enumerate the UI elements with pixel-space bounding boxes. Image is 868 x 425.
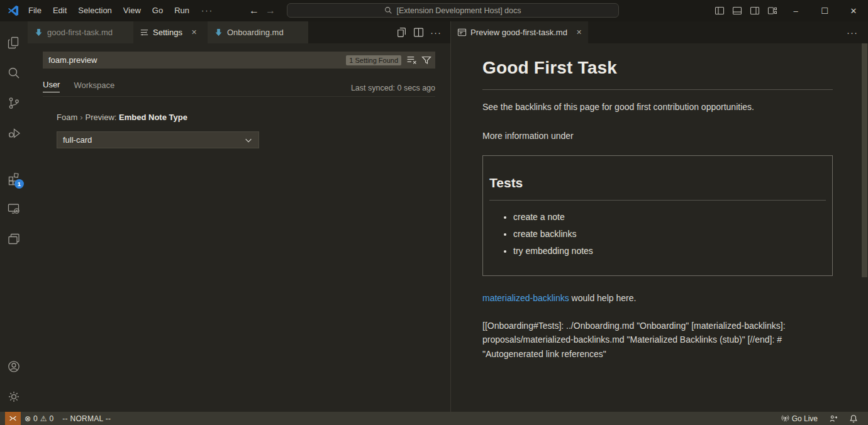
breadcrumb-separator: › — [77, 113, 85, 122]
menu-view[interactable]: View — [118, 3, 147, 18]
more-actions-icon[interactable]: ··· — [430, 27, 442, 38]
menu-file[interactable]: File — [23, 3, 47, 18]
live-share-icon — [829, 414, 838, 423]
accounts-icon[interactable] — [0, 353, 28, 380]
tab-label: good-first-task.md — [47, 28, 113, 37]
notifications-bell-icon[interactable] — [845, 412, 862, 425]
maximize-button[interactable]: ☐ — [810, 0, 839, 21]
go-live-label: Go Live — [792, 414, 818, 423]
markdown-preview: Good First Task See the backlinks of thi… — [450, 43, 868, 412]
toggle-panel-icon[interactable] — [728, 0, 746, 21]
embed-note-type-select[interactable]: full-card — [57, 131, 259, 148]
warning-icon: ⚠ — [40, 414, 47, 423]
live-share-button[interactable] — [825, 412, 842, 425]
menu-run[interactable]: Run — [169, 3, 195, 18]
embedded-note-card: Tests create a note create backlinks try… — [482, 155, 833, 277]
preview-paragraph: More information under — [482, 130, 833, 143]
scope-tab-workspace[interactable]: Workspace — [74, 80, 114, 92]
embedded-note-list: create a note create backlinks try embed… — [489, 211, 826, 258]
list-item: try embedding notes — [513, 245, 826, 258]
go-forward-button[interactable]: → — [265, 5, 275, 16]
customize-layout-icon[interactable] — [764, 0, 781, 21]
tab-close-icon[interactable]: ✕ — [576, 28, 582, 36]
preview-heading: Good First Task — [482, 54, 833, 90]
vscode-window: File Edit Selection View Go Run ··· ← → … — [0, 0, 868, 425]
editor-tabs-right-group: Preview good-first-task.md ✕ ··· — [450, 21, 868, 43]
tab-label: Onboarding.md — [227, 28, 284, 37]
remote-indicator-button[interactable] — [5, 412, 21, 425]
settings-search-input[interactable]: foam.preview 1 Setting Found — [43, 52, 435, 69]
vscode-logo-icon — [7, 4, 19, 17]
reference-line: [[Onboarding#Tests]: ../Onboarding.md "O… — [482, 319, 833, 333]
editor-tabs-left-group: good-first-task.md Settings ✕ Onboarding… — [28, 21, 450, 43]
minimize-button[interactable]: – — [781, 0, 810, 21]
select-value: full-card — [63, 135, 92, 145]
go-back-button[interactable]: ← — [249, 5, 259, 16]
activity-bar: 1 — [0, 21, 28, 412]
setting-category: Foam — [57, 113, 77, 122]
menu-selection[interactable]: Selection — [72, 3, 117, 18]
command-center-label: [Extension Development Host] docs — [396, 6, 521, 15]
menu-bar: File Edit Selection View Go Run ··· — [23, 0, 220, 21]
scrollbar[interactable] — [862, 43, 867, 277]
history-navigation: ← → — [249, 0, 275, 21]
source-control-icon[interactable] — [0, 89, 28, 117]
command-center-search[interactable]: [Extension Development Host] docs — [287, 3, 619, 18]
settings-editor-icon — [140, 28, 149, 37]
tab-close-icon[interactable]: ✕ — [191, 28, 197, 36]
title-bar: File Edit Selection View Go Run ··· ← → … — [0, 0, 868, 21]
setting-title: Foam›Preview: Embed Note Type — [57, 113, 187, 122]
markdown-icon — [34, 28, 43, 37]
settings-editor: foam.preview 1 Setting Found User Worksp… — [28, 43, 450, 412]
setting-subcategory: Preview: — [86, 113, 117, 122]
tab-preview-good-first-task[interactable]: Preview good-first-task.md ✕ — [451, 21, 588, 43]
close-button[interactable]: ✕ — [839, 0, 868, 21]
link-rest-text: would help here. — [569, 293, 637, 303]
search-icon — [384, 6, 392, 14]
split-editor-icon[interactable] — [413, 27, 424, 38]
extensions-icon[interactable]: 1 — [0, 165, 28, 192]
explorer-icon[interactable] — [0, 29, 28, 57]
scope-tab-user[interactable]: User — [43, 80, 60, 92]
settings-search-value: foam.preview — [48, 55, 97, 65]
toggle-secondary-sidebar-icon[interactable] — [746, 0, 764, 21]
chevron-down-icon — [244, 136, 253, 145]
tab-onboarding[interactable]: Onboarding.md — [208, 21, 308, 43]
search-view-icon[interactable] — [0, 59, 28, 87]
status-bar: ⊗ 0 ⚠ 0 -- NORMAL -- Go Live — [0, 412, 868, 425]
manage-gear-icon[interactable] — [0, 383, 28, 411]
preview-paragraph: See the backlinks of this page for good … — [482, 101, 833, 114]
tab-good-first-task[interactable]: good-first-task.md — [28, 21, 133, 43]
menu-edit[interactable]: Edit — [47, 3, 72, 18]
more-actions-icon[interactable]: ··· — [847, 27, 858, 38]
toggle-primary-sidebar-icon[interactable] — [711, 0, 728, 21]
windows-icon[interactable] — [0, 225, 28, 253]
reference-line: "Autogenerated link references" — [482, 347, 833, 361]
menu-overflow-button[interactable]: ··· — [195, 3, 220, 18]
open-changes-icon[interactable] — [396, 27, 407, 38]
vim-mode-indicator[interactable]: -- NORMAL -- — [62, 414, 111, 423]
open-preview-icon — [457, 28, 467, 37]
titlebar-controls: – ☐ ✕ — [711, 0, 868, 21]
warning-count: 0 — [50, 414, 54, 423]
materialized-backlinks-link[interactable]: materialized-backlinks — [482, 293, 569, 303]
list-item: create backlinks — [513, 228, 826, 241]
settings-results-badge: 1 Setting Found — [346, 55, 401, 65]
problems-status[interactable]: ⊗ 0 ⚠ 0 — [21, 412, 57, 425]
filter-settings-icon[interactable] — [421, 55, 431, 65]
menu-go[interactable]: Go — [147, 3, 169, 18]
settings-scope-tabs: User Workspace Last synced: 0 secs ago — [43, 78, 435, 97]
link-references-paragraph: [[Onboarding#Tests]: ../Onboarding.md "O… — [482, 319, 833, 361]
remote-explorer-icon[interactable] — [0, 195, 28, 223]
clear-settings-search-icon[interactable] — [406, 55, 417, 65]
reference-line: proposals/materialized-backlinks.md "Mat… — [482, 333, 833, 346]
list-item: create a note — [513, 211, 826, 224]
run-and-debug-icon[interactable] — [0, 119, 28, 147]
setting-name: Embed Note Type — [119, 113, 187, 122]
tab-label: Settings — [153, 28, 182, 37]
tab-label: Preview good-first-task.md — [470, 28, 567, 37]
tab-settings[interactable]: Settings ✕ — [133, 21, 208, 43]
go-live-button[interactable]: Go Live — [777, 412, 821, 425]
remote-icon — [9, 414, 17, 422]
markdown-icon — [214, 28, 223, 37]
